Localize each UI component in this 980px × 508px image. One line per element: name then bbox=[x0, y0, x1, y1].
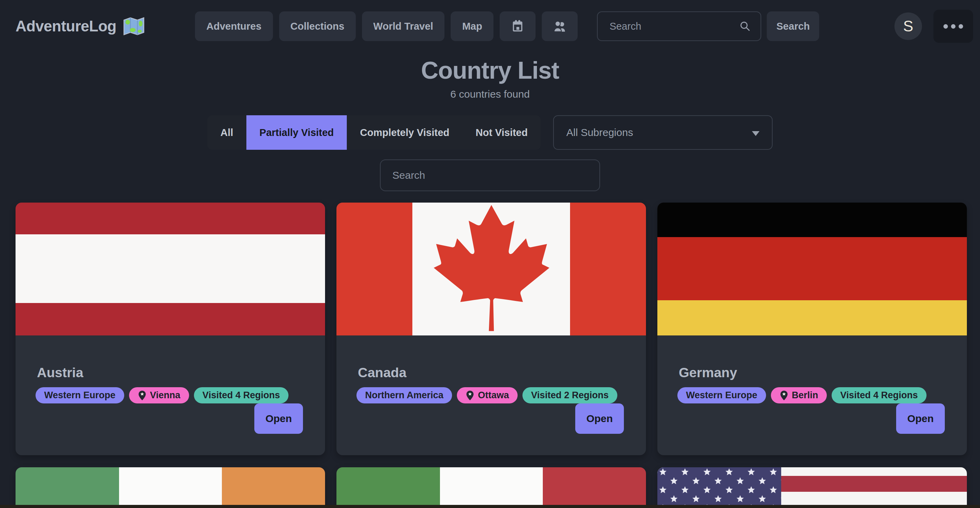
chevron-down-icon bbox=[752, 131, 759, 136]
tab-all[interactable]: All bbox=[207, 115, 247, 150]
subregion-badge: Western Europe bbox=[35, 387, 124, 403]
flag-italy bbox=[336, 467, 646, 508]
country-card-usa bbox=[657, 467, 967, 508]
badge-row: Western Europe Berlin Visited 4 Regions bbox=[678, 387, 967, 403]
nav-link-world-travel[interactable]: World Travel bbox=[362, 11, 445, 41]
badge-row: Western Europe Vienna Visited 4 Regions bbox=[35, 387, 325, 403]
country-cards-row-2 bbox=[0, 467, 980, 508]
nav-search-button[interactable]: Search bbox=[767, 11, 819, 41]
visited-regions-badge: Visited 4 Regions bbox=[194, 387, 289, 403]
country-card-ireland bbox=[16, 467, 325, 508]
visited-regions-badge: Visited 2 Regions bbox=[522, 387, 617, 403]
capital-name: Berlin bbox=[792, 390, 819, 401]
users-button[interactable] bbox=[542, 11, 578, 41]
country-name: Germany bbox=[679, 365, 967, 380]
capital-badge: Berlin bbox=[771, 387, 827, 403]
country-name: Austria bbox=[37, 365, 325, 380]
maple-leaf bbox=[431, 205, 552, 333]
open-country-button[interactable]: Open bbox=[254, 403, 303, 434]
country-card-austria: Austria Western Europe Vienna Visited 4 … bbox=[16, 202, 325, 455]
calendar-icon bbox=[510, 19, 525, 34]
subregion-select-value: All Subregions bbox=[566, 127, 633, 139]
users-icon bbox=[552, 18, 568, 34]
subregion-badge: Western Europe bbox=[678, 387, 766, 403]
flag-ireland bbox=[16, 467, 325, 508]
page-title: Country List bbox=[0, 57, 980, 84]
search-icon bbox=[739, 21, 751, 32]
overflow-menu-button[interactable] bbox=[934, 10, 973, 43]
country-card-germany: Germany Western Europe Berlin Visited 4 … bbox=[657, 202, 967, 455]
filter-row: All Partially Visited Completely Visited… bbox=[0, 115, 980, 150]
brand-title: AdventureLog bbox=[16, 18, 116, 35]
nav-search-input[interactable] bbox=[597, 11, 761, 41]
open-country-button[interactable]: Open bbox=[896, 403, 945, 434]
avatar[interactable]: S bbox=[894, 13, 922, 40]
nav-search-wrap bbox=[597, 11, 761, 41]
map-pin-icon bbox=[138, 390, 146, 401]
subregion-badge: Northern America bbox=[356, 387, 452, 403]
bottom-edge-strip bbox=[0, 505, 980, 508]
country-card-canada: Canada Northern America Ottawa Visited 2… bbox=[336, 202, 646, 455]
nav-link-adventures[interactable]: Adventures bbox=[195, 11, 273, 41]
navbar: AdventureLog Adventures Collections Worl… bbox=[0, 0, 980, 51]
usa-canton-stars bbox=[657, 467, 781, 508]
tab-partially-visited[interactable]: Partially Visited bbox=[247, 115, 347, 150]
capital-badge: Vienna bbox=[129, 387, 189, 403]
map-pin-icon bbox=[780, 390, 789, 401]
badge-row: Northern America Ottawa Visited 2 Region… bbox=[356, 387, 646, 403]
tab-not-visited[interactable]: Not Visited bbox=[462, 115, 541, 150]
flag-usa bbox=[657, 467, 967, 508]
results-count: 6 countries found bbox=[0, 88, 980, 100]
country-search-input[interactable] bbox=[380, 159, 600, 191]
country-cards-row-1: Austria Western Europe Vienna Visited 4 … bbox=[0, 202, 980, 455]
capital-name: Ottawa bbox=[478, 390, 509, 401]
ellipsis-icon bbox=[943, 24, 963, 29]
open-country-button[interactable]: Open bbox=[575, 403, 624, 434]
subregion-select[interactable]: All Subregions bbox=[553, 115, 773, 150]
calendar-button[interactable] bbox=[500, 11, 536, 41]
nav-link-map[interactable]: Map bbox=[451, 11, 493, 41]
brand[interactable]: AdventureLog bbox=[16, 17, 195, 36]
country-search-wrap bbox=[0, 159, 980, 191]
capital-badge: Ottawa bbox=[457, 387, 518, 403]
flag-austria bbox=[16, 202, 325, 336]
nav-link-collections[interactable]: Collections bbox=[279, 11, 356, 41]
flag-germany bbox=[657, 202, 967, 336]
country-card-italy bbox=[336, 467, 646, 508]
visited-regions-badge: Visited 4 Regions bbox=[832, 387, 926, 403]
tab-completely-visited[interactable]: Completely Visited bbox=[347, 115, 462, 150]
map-pin-icon bbox=[466, 390, 474, 401]
capital-name: Vienna bbox=[150, 390, 180, 401]
country-name: Canada bbox=[358, 365, 646, 380]
flag-canada bbox=[336, 202, 646, 336]
world-map-icon bbox=[123, 17, 145, 36]
visited-filter-tabs: All Partially Visited Completely Visited… bbox=[207, 115, 541, 150]
